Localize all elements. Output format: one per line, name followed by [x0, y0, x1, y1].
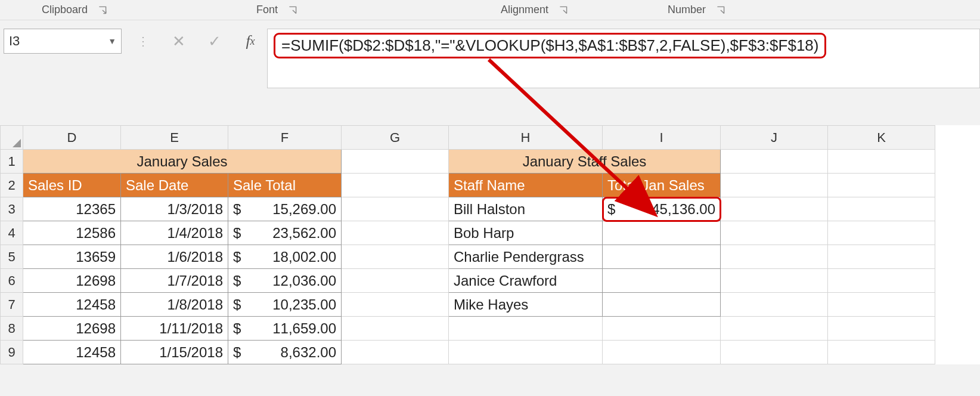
cell-G6[interactable]	[342, 269, 449, 293]
row-header-1[interactable]: 1	[1, 150, 23, 174]
cell-H3[interactable]: Bill Halston	[449, 197, 603, 221]
col-header-E[interactable]: E	[121, 126, 228, 150]
cell-J7[interactable]	[721, 293, 828, 317]
col-header-G[interactable]: G	[342, 126, 449, 150]
row-header-8[interactable]: 8	[1, 317, 23, 341]
cell-D5[interactable]: 13659	[23, 245, 121, 269]
cell-J1[interactable]	[721, 150, 828, 174]
staff-hdr-name[interactable]: Staff Name	[449, 174, 603, 197]
sales-hdr-total[interactable]: Sale Total	[228, 174, 342, 197]
cell-K2[interactable]	[828, 174, 935, 197]
cancel-icon[interactable]: ✕	[169, 32, 188, 51]
cell-D8[interactable]: 12698	[23, 317, 121, 341]
col-header-J[interactable]: J	[721, 126, 828, 150]
cell-F5[interactable]: $18,002.00	[228, 245, 342, 269]
row-header-2[interactable]: 2	[1, 174, 23, 197]
currency-symbol: $	[233, 296, 241, 313]
money-value: 45,136.00	[652, 201, 715, 218]
dialog-launcher-icon[interactable]	[717, 6, 725, 14]
cell-G7[interactable]	[342, 293, 449, 317]
cell-I5[interactable]	[603, 245, 721, 269]
cell-H7[interactable]: Mike Hayes	[449, 293, 603, 317]
cell-G5[interactable]	[342, 245, 449, 269]
cell-G4[interactable]	[342, 221, 449, 245]
enter-icon[interactable]: ✓	[205, 32, 224, 51]
cell-D3[interactable]: 12365	[23, 197, 121, 221]
row-header-3[interactable]: 3	[1, 197, 23, 221]
cell-K4[interactable]	[828, 221, 935, 245]
cell-H9[interactable]	[449, 341, 603, 364]
cell-J9[interactable]	[721, 341, 828, 364]
cell-J6[interactable]	[721, 269, 828, 293]
cell-K5[interactable]	[828, 245, 935, 269]
cell-E8[interactable]: 1/11/2018	[121, 317, 228, 341]
cell-F7[interactable]: $10,235.00	[228, 293, 342, 317]
cell-I6[interactable]	[603, 269, 721, 293]
cell-D6[interactable]: 12698	[23, 269, 121, 293]
cell-G2[interactable]	[342, 174, 449, 197]
cell-G8[interactable]	[342, 317, 449, 341]
cell-K8[interactable]	[828, 317, 935, 341]
staff-hdr-total[interactable]: Total Jan Sales	[603, 174, 721, 197]
col-header-H[interactable]: H	[449, 126, 603, 150]
cell-H6[interactable]: Janice Crawford	[449, 269, 603, 293]
cell-F9[interactable]: $8,632.00	[228, 341, 342, 364]
cell-H5[interactable]: Charlie Pendergrass	[449, 245, 603, 269]
cell-I9[interactable]	[603, 341, 721, 364]
cell-F3[interactable]: $15,269.00	[228, 197, 342, 221]
cell-J5[interactable]	[721, 245, 828, 269]
cell-I3[interactable]: $45,136.00	[603, 197, 721, 221]
cell-D9[interactable]: 12458	[23, 341, 121, 364]
col-header-F[interactable]: F	[228, 126, 342, 150]
cell-J2[interactable]	[721, 174, 828, 197]
cell-H8[interactable]	[449, 317, 603, 341]
cell-G3[interactable]	[342, 197, 449, 221]
cell-E6[interactable]: 1/7/2018	[121, 269, 228, 293]
cell-I8[interactable]	[603, 317, 721, 341]
cell-G9[interactable]	[342, 341, 449, 364]
cell-E7[interactable]: 1/8/2018	[121, 293, 228, 317]
dialog-launcher-icon[interactable]	[98, 6, 107, 14]
name-box[interactable]: I3 ▼	[4, 29, 122, 54]
cell-K3[interactable]	[828, 197, 935, 221]
cell-K7[interactable]	[828, 293, 935, 317]
cell-I4[interactable]	[603, 221, 721, 245]
sales-hdr-date[interactable]: Sale Date	[121, 174, 228, 197]
cell-E4[interactable]: 1/4/2018	[121, 221, 228, 245]
staff-title[interactable]: January Staff Sales	[449, 150, 721, 174]
cell-F6[interactable]: $12,036.00	[228, 269, 342, 293]
col-header-I[interactable]: I	[603, 126, 721, 150]
cell-K1[interactable]	[828, 150, 935, 174]
dialog-launcher-icon[interactable]	[289, 6, 297, 14]
row-header-4[interactable]: 4	[1, 221, 23, 245]
row-header-9[interactable]: 9	[1, 341, 23, 364]
cell-I7[interactable]	[603, 293, 721, 317]
sales-title[interactable]: January Sales	[23, 150, 342, 174]
fx-icon[interactable]: fx	[241, 32, 260, 51]
dialog-launcher-icon[interactable]	[559, 6, 567, 14]
cell-F4[interactable]: $23,562.00	[228, 221, 342, 245]
row-header-5[interactable]: 5	[1, 245, 23, 269]
chevron-down-icon[interactable]: ▼	[108, 36, 116, 46]
spreadsheet-grid[interactable]: D E F G H I J K 1 January Sales January …	[0, 125, 980, 364]
cell-F8[interactable]: $11,659.00	[228, 317, 342, 341]
cell-K9[interactable]	[828, 341, 935, 364]
sales-hdr-id[interactable]: Sales ID	[23, 174, 121, 197]
cell-J3[interactable]	[721, 197, 828, 221]
cell-D7[interactable]: 12458	[23, 293, 121, 317]
cell-J8[interactable]	[721, 317, 828, 341]
col-header-D[interactable]: D	[23, 126, 121, 150]
select-all-corner[interactable]	[1, 126, 23, 150]
row-header-6[interactable]: 6	[1, 269, 23, 293]
formula-input[interactable]: =SUMIF($D$2:$D$18,"="&VLOOKUP($H3,$A$1:$…	[267, 29, 980, 88]
cell-E9[interactable]: 1/15/2018	[121, 341, 228, 364]
cell-J4[interactable]	[721, 221, 828, 245]
cell-D4[interactable]: 12586	[23, 221, 121, 245]
cell-E3[interactable]: 1/3/2018	[121, 197, 228, 221]
cell-G1[interactable]	[342, 150, 449, 174]
col-header-K[interactable]: K	[828, 126, 935, 150]
row-header-7[interactable]: 7	[1, 293, 23, 317]
cell-E5[interactable]: 1/6/2018	[121, 245, 228, 269]
cell-H4[interactable]: Bob Harp	[449, 221, 603, 245]
cell-K6[interactable]	[828, 269, 935, 293]
